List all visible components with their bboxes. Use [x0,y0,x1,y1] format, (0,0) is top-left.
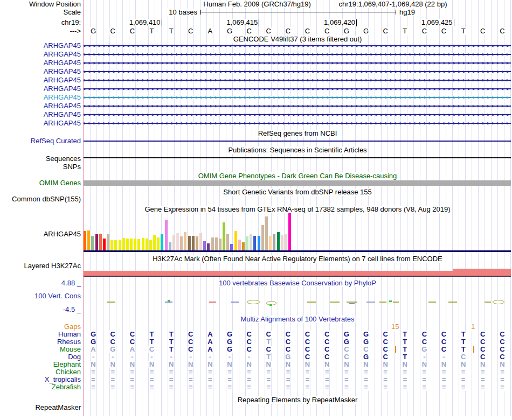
refseq-curated-exon-bar[interactable] [84,141,511,142]
gtex-bar[interactable] [176,233,179,250]
gene-label[interactable]: ARHGAP45 [0,42,81,50]
h3k27ac-signal-bar[interactable] [84,271,511,276]
gtex-gene-label[interactable]: ARHGAP45 [0,230,81,238]
gtex-bar[interactable] [246,236,248,250]
gtex-bar[interactable] [192,236,195,250]
gtex-bar[interactable] [288,213,291,250]
snps-label[interactable]: SNPs [0,163,81,171]
species-label[interactable]: Gaps [0,323,81,331]
track-title-gtex[interactable]: Gene Expression in 54 tissues from GTEx … [143,206,451,213]
gtex-bar[interactable] [149,240,152,250]
gtex-bar[interactable] [142,238,144,250]
track-title-phylop[interactable]: 100 vertebrates Basewise Conservation by… [218,279,377,287]
gtex-bar[interactable] [114,240,117,250]
gtex-bar[interactable] [84,231,86,250]
gtex-bar[interactable] [215,237,218,250]
sequences-label[interactable]: Sequences [0,155,81,163]
gtex-bar[interactable] [219,239,222,250]
h3k27ac-signal-bar-tall[interactable] [453,269,511,276]
species-label[interactable]: Rhesus [0,338,81,346]
common-dbsnp-label[interactable]: Common dbSNP(155) [0,195,81,203]
species-label[interactable]: Chicken [0,368,81,376]
species-label[interactable]: Zebrafish [0,383,81,391]
species-label[interactable]: Mouse [0,346,81,353]
gtex-bar[interactable] [91,236,94,250]
gtex-bar[interactable] [207,243,210,250]
gtex-bar[interactable] [281,235,283,250]
gtex-bar[interactable] [110,240,113,250]
gtex-bar[interactable] [230,244,233,250]
publications-sequence-bar[interactable] [84,157,511,158]
gtex-bar[interactable] [196,236,198,250]
gene-label[interactable]: ARHGAP45 [0,76,81,84]
gtex-bar[interactable] [269,236,272,250]
gtex-bar[interactable] [161,234,163,250]
conservation-track-label[interactable]: 100 Vert. Cons [0,292,81,300]
gene-label[interactable]: ARHGAP45 [0,94,81,101]
gtex-bar[interactable] [95,234,98,250]
gtex-bar[interactable] [253,236,256,250]
track-title-refseq[interactable]: RefSeq genes from NCBI [257,130,338,137]
gtex-bar[interactable] [273,234,275,250]
gene-label[interactable]: ARHGAP45 [0,59,81,67]
gtex-bar[interactable] [103,239,106,250]
gtex-bar[interactable] [165,220,168,250]
omim-gene-bar[interactable] [84,180,511,186]
alignment-base: A [207,338,213,346]
species-label[interactable]: Human [0,331,81,338]
gtex-bar[interactable] [188,236,191,250]
track-title-h3k27ac[interactable]: H3K27Ac Mark (Often Found Near Active Re… [151,255,444,263]
track-title-omim[interactable]: OMIM Gene Phenotypes - Dark Green Can Be… [197,172,398,180]
gtex-bar[interactable] [119,240,121,250]
gtex-bar[interactable] [180,236,183,250]
alignment-base: C [305,331,310,338]
species-label[interactable]: X_tropicalis [0,376,81,383]
track-title-gencode[interactable]: GENCODE V49lift37 (3 items filtered out) [232,36,363,43]
gtex-bar[interactable] [261,225,264,250]
gene-label[interactable]: ARHGAP45 [0,68,81,75]
layered-h3k27ac-label[interactable]: Layered H3K27Ac [0,262,81,270]
gtex-bar[interactable] [265,216,268,250]
gene-label[interactable]: ARHGAP45 [0,120,81,127]
gtex-bar[interactable] [153,235,156,250]
gtex-bar[interactable] [157,237,160,250]
gtex-bar[interactable] [134,239,136,250]
gtex-bar[interactable] [172,235,175,250]
track-title-publications[interactable]: Publications: Sequences in Scientific Ar… [227,146,368,154]
gtex-bar[interactable] [137,239,140,250]
gtex-bar[interactable] [203,241,206,250]
gtex-bar[interactable] [250,234,252,250]
gtex-bar[interactable] [87,230,90,250]
track-title-repeatmasker[interactable]: Repeating Elements by RepeatMasker [237,396,359,404]
gtex-bar[interactable] [126,239,129,250]
omim-genes-label[interactable]: OMIM Genes [0,179,81,187]
gtex-bar[interactable] [146,239,148,250]
gene-label[interactable]: ARHGAP45 [0,111,81,118]
strand-direction-label[interactable]: ---> [0,27,81,35]
gtex-bar[interactable] [184,232,186,250]
gtex-bar[interactable] [99,234,102,250]
gtex-bar[interactable] [285,234,287,250]
track-title-multiz[interactable]: Multiz Alignments of 100 Vertebrates [239,316,355,323]
gtex-bar[interactable] [277,232,280,250]
refseq-curated-label[interactable]: RefSeq Curated [0,137,81,145]
gene-label[interactable]: ARHGAP45 [0,102,81,110]
gtex-bar[interactable] [130,239,133,250]
gtex-bar[interactable] [211,237,214,250]
track-title-dbsnp[interactable]: Short Genetic Variants from dbSNP releas… [222,188,373,196]
gtex-bar[interactable] [169,242,171,250]
gtex-bar[interactable] [107,234,109,250]
gtex-bar[interactable] [226,234,229,250]
species-label[interactable]: Elephant [0,361,81,368]
gtex-bar[interactable] [234,231,237,250]
gtex-bar[interactable] [199,233,202,250]
gene-label[interactable]: ARHGAP45 [0,51,81,58]
gtex-bar[interactable] [258,236,260,250]
species-label[interactable]: Dog [0,353,81,361]
gtex-bar[interactable] [122,238,125,250]
gene-label[interactable]: ARHGAP45 [0,85,81,93]
gtex-bar[interactable] [223,222,225,250]
repeatmasker-label[interactable]: RepeatMasker [0,404,81,411]
gtex-bar[interactable] [238,240,241,250]
gtex-bar[interactable] [242,242,245,250]
